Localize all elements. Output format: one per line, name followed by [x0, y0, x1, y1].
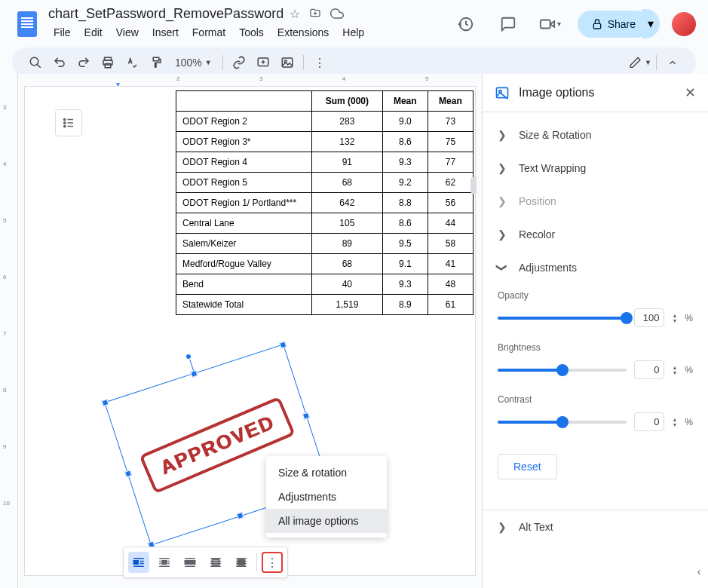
cloud-status-icon[interactable]	[330, 7, 344, 21]
svg-rect-17	[497, 87, 508, 97]
doc-title[interactable]: chart_SetPassword_RemovePassword	[48, 6, 284, 22]
brightness-stepper[interactable]: ▲▼	[672, 365, 677, 375]
undo-icon[interactable]	[48, 51, 71, 74]
document-page[interactable]: Sum (000)MeanMean ODOT Region 22839.073 …	[24, 86, 476, 576]
resize-handle[interactable]	[101, 399, 109, 406]
opacity-slider[interactable]	[498, 317, 627, 320]
svg-point-11	[64, 125, 66, 127]
insert-image-icon[interactable]	[276, 51, 299, 74]
rotate-handle[interactable]	[185, 353, 192, 360]
menu-extensions[interactable]: Extensions	[272, 23, 334, 41]
svg-point-9	[64, 118, 66, 120]
section-position: ❯ Position	[483, 185, 708, 218]
brightness-label: Brightness	[498, 342, 693, 353]
svg-point-2	[30, 57, 38, 66]
history-icon[interactable]	[451, 9, 481, 39]
chevron-right-icon: ❯	[498, 129, 507, 141]
spellcheck-icon[interactable]	[121, 51, 143, 74]
data-table[interactable]: Sum (000)MeanMean ODOT Region 22839.073 …	[176, 90, 474, 315]
zoom-select[interactable]: 100%▼	[169, 57, 218, 69]
adjustments-content: Opacity ▲▼ % Brightness	[483, 284, 708, 495]
redo-icon[interactable]	[72, 51, 95, 74]
menubar: File Edit View Insert Format Tools Exten…	[48, 23, 451, 41]
resize-handle[interactable]	[190, 370, 198, 378]
brightness-slider[interactable]	[498, 369, 627, 372]
table-header-row: Sum (000)MeanMean	[176, 91, 474, 112]
sidebar-title: Image options	[519, 86, 676, 100]
section-recolor[interactable]: ❯ Recolor	[483, 218, 708, 251]
section-adjustments[interactable]: ❯ Adjustments	[483, 251, 708, 284]
menu-file[interactable]: File	[48, 23, 76, 41]
resize-handle[interactable]	[124, 470, 132, 477]
move-icon[interactable]	[309, 7, 321, 21]
table-row: ODOT Region 22839.073	[176, 112, 474, 132]
comments-icon[interactable]	[493, 9, 523, 39]
document-viewport: ▾ 2 3 4 5 Sum (000)MeanMean ODOT Region …	[18, 74, 482, 588]
svg-rect-0	[541, 20, 550, 28]
add-comment-icon[interactable]	[252, 51, 274, 74]
chevron-right-icon: ❯	[498, 521, 507, 533]
outline-toggle[interactable]	[55, 109, 82, 136]
chevron-right-icon: ❯	[498, 162, 507, 174]
search-icon[interactable]	[24, 51, 47, 74]
contrast-input[interactable]	[634, 412, 664, 431]
paint-format-icon[interactable]	[145, 51, 167, 74]
svg-rect-15	[213, 559, 219, 565]
table-row: Statewide Total1,5198.961	[176, 295, 474, 315]
print-icon[interactable]	[97, 51, 119, 74]
opacity-stepper[interactable]: ▲▼	[672, 313, 677, 323]
chevron-right-icon: ❯	[498, 195, 507, 207]
image-icon	[495, 85, 510, 100]
resize-handle[interactable]	[237, 512, 244, 519]
horizontal-ruler: ▾ 2 3 4 5	[18, 74, 482, 86]
table-row: Medford/Rogue Valley689.141	[176, 254, 474, 274]
scroll-indicator[interactable]	[470, 177, 477, 194]
ctx-all-image-options[interactable]: All image options	[266, 509, 387, 533]
docs-logo[interactable]	[12, 9, 42, 39]
menu-edit[interactable]: Edit	[79, 23, 108, 41]
menu-insert[interactable]: Insert	[147, 23, 184, 41]
more-icon[interactable]: ⋮	[308, 51, 331, 74]
menu-view[interactable]: View	[111, 23, 144, 41]
chevron-down-icon: ❯	[496, 263, 508, 272]
star-icon[interactable]: ☆	[290, 7, 300, 21]
wrap-front[interactable]	[231, 552, 252, 573]
edit-mode-icon[interactable]: ▼	[629, 51, 651, 74]
wrap-break[interactable]	[179, 552, 201, 573]
contrast-stepper[interactable]: ▲▼	[672, 417, 677, 427]
sidepanel-expand[interactable]: ‹	[690, 562, 708, 580]
close-icon[interactable]: ✕	[685, 84, 696, 101]
contrast-slider[interactable]	[498, 421, 627, 424]
ctx-size-rotation[interactable]: Size & rotation	[266, 461, 387, 485]
section-size-rotation[interactable]: ❯ Size & Rotation	[483, 118, 708, 152]
resize-handle[interactable]	[279, 341, 287, 348]
link-icon[interactable]	[228, 51, 250, 74]
wrap-inline[interactable]	[128, 552, 149, 573]
svg-rect-16	[238, 559, 245, 565]
ctx-adjustments[interactable]: Adjustments	[266, 485, 387, 509]
reset-button[interactable]: Reset	[498, 454, 557, 479]
image-wrap-toolbar: ⋮	[123, 547, 288, 578]
share-dropdown[interactable]: ▾	[642, 9, 660, 38]
svg-rect-13	[162, 561, 167, 565]
account-avatar[interactable]	[672, 12, 696, 36]
image-context-menu: Size & rotation Adjustments All image op…	[266, 456, 387, 537]
share-button[interactable]: Share	[578, 11, 649, 38]
wrap-text[interactable]	[154, 552, 175, 573]
wrap-behind[interactable]	[205, 552, 226, 573]
menu-format[interactable]: Format	[187, 23, 231, 41]
resize-handle[interactable]	[302, 412, 310, 420]
svg-rect-14	[185, 561, 195, 565]
opacity-input[interactable]	[634, 308, 664, 327]
table-row: Bend409.348	[176, 274, 474, 295]
menu-tools[interactable]: Tools	[234, 23, 269, 41]
section-text-wrapping[interactable]: ❯ Text Wrapping	[483, 152, 708, 185]
collapse-icon[interactable]	[661, 51, 684, 74]
section-alt-text[interactable]: ❯ Alt Text	[483, 510, 708, 544]
meet-icon[interactable]: ▾	[535, 9, 565, 39]
table-row: ODOT Region 3*1328.675	[176, 132, 474, 152]
menu-help[interactable]: Help	[337, 23, 369, 41]
toolbar: 100%▼ ⋮ ▼	[12, 47, 696, 78]
brightness-input[interactable]	[634, 360, 664, 379]
wrap-more-options[interactable]: ⋮	[262, 552, 283, 573]
